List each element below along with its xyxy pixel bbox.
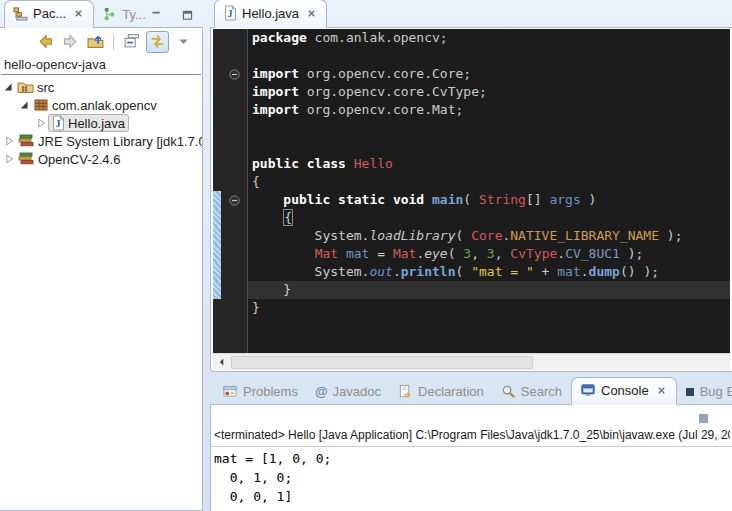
expander-closed-icon[interactable] (3, 153, 15, 165)
bottom-tab-declaration[interactable]: Declaration (390, 379, 493, 405)
code-text: { (248, 173, 730, 191)
close-icon[interactable] (656, 385, 667, 396)
source-folder-icon (17, 79, 34, 95)
view-menu-icon (177, 35, 190, 48)
code-line: { (213, 209, 730, 227)
tree-item-com-anlak-opencv[interactable]: com.anlak.opencv (0, 96, 202, 114)
code-text (248, 317, 730, 335)
code-line: } (213, 299, 730, 317)
range-indicator (213, 227, 221, 245)
view-menu-button[interactable] (173, 32, 194, 52)
editor-tabbar: JHello.java (214, 0, 327, 28)
annotation-ruler (213, 155, 221, 173)
tree-separator (1, 74, 201, 75)
bottom-tab-console[interactable]: Console (571, 377, 677, 405)
code-line: package com.anlak.opencv; (213, 29, 730, 47)
scroll-left-icon[interactable] (215, 355, 229, 369)
code-text: import org.opencv.core.Mat; (248, 101, 730, 119)
folding-ruler (221, 245, 248, 263)
svg-text:J: J (56, 118, 61, 129)
editor-tab-hello-java[interactable]: JHello.java (214, 0, 327, 28)
eclipse-workbench: { "left_panel": { "tabs": [ {"label":"Pa… (0, 0, 732, 511)
separator-icon (110, 34, 117, 50)
view-tab-pac-[interactable]: Pac... (4, 0, 94, 28)
console-launch-header: <terminated> Hello [Java Application] C:… (214, 428, 730, 442)
library-icon (17, 133, 35, 149)
terminate-icon (698, 413, 709, 424)
annotation-ruler (213, 317, 221, 335)
tree-item-opencv-2-4-6[interactable]: OpenCV-2.4.6 (0, 150, 202, 168)
annotation-ruler (213, 29, 221, 47)
code-text (248, 47, 730, 65)
search-icon (501, 384, 516, 399)
code-line (213, 335, 730, 353)
go-into-button[interactable] (85, 32, 106, 52)
svg-text:J: J (228, 8, 233, 19)
code-line-current: } (213, 281, 730, 299)
code-text: } (248, 299, 730, 317)
code-text: import org.opencv.core.CvType; (248, 83, 730, 101)
bottom-tab-search[interactable]: Search (493, 379, 571, 405)
package-icon (33, 97, 49, 113)
library-icon (17, 151, 35, 167)
tree-item-label: src (37, 80, 54, 95)
code-line (213, 317, 730, 335)
code-text: Mat mat = Mat.eye( 3, 3, CvType.CV_8UC1 … (248, 245, 730, 263)
folding-ruler (221, 155, 248, 173)
maximize-icon[interactable] (177, 5, 198, 25)
close-icon[interactable] (73, 8, 84, 19)
bottom-tab-problems[interactable]: Problems (214, 379, 307, 405)
link-editor-button[interactable] (146, 31, 169, 53)
expander-open-icon[interactable] (19, 99, 31, 111)
folding-ruler (221, 227, 248, 245)
close-icon[interactable] (306, 8, 317, 19)
annotation-ruler (213, 47, 221, 65)
fold-minus-icon[interactable] (228, 68, 241, 81)
tab-label: Declaration (418, 384, 484, 399)
forward-button[interactable] (60, 32, 81, 52)
back-button[interactable] (35, 32, 56, 52)
java-file-icon: J (51, 115, 65, 131)
folding-ruler (221, 263, 248, 281)
folding-ruler (221, 191, 248, 209)
minimize-icon[interactable] (146, 5, 167, 25)
scrollbar-thumb[interactable] (231, 356, 533, 369)
folding-ruler (221, 173, 248, 191)
code-editor[interactable]: package com.anlak.opencv;import org.open… (213, 29, 730, 353)
code-line: public class Hello (213, 155, 730, 173)
type-hierarchy-icon (102, 7, 117, 22)
tree-item-hello-java[interactable]: JHello.java (0, 114, 202, 132)
editor-horizontal-scrollbar[interactable] (213, 353, 730, 370)
bottom-tab-bug-explorer[interactable]: Bug Explorer (677, 379, 732, 405)
annotation-ruler (213, 173, 221, 191)
annotation-ruler (213, 137, 221, 155)
tree-item-label: com.anlak.opencv (52, 98, 157, 113)
folding-ruler (221, 65, 248, 83)
range-indicator (213, 281, 221, 299)
code-text: { (248, 209, 730, 227)
tab-label: Pac... (33, 6, 66, 21)
folding-ruler (221, 137, 248, 155)
tree-item-src[interactable]: src (0, 78, 202, 96)
collapse-all-button[interactable] (121, 32, 142, 52)
code-line: System.out.println( "mat = " + mat.dump(… (213, 263, 730, 281)
expander-closed-icon[interactable] (35, 117, 47, 129)
tree-item-jre-system-library-jdk1-7-0[interactable]: JRE System Library [jdk1.7.0 (0, 132, 202, 150)
tab-label: Search (521, 384, 562, 399)
folding-ruler (221, 209, 248, 227)
problems-icon (222, 384, 238, 399)
expander-open-icon[interactable] (3, 81, 15, 93)
terminate-button[interactable] (693, 408, 714, 428)
tree-item-label: JRE System Library [jdk1.7.0 (38, 134, 202, 149)
code-text (248, 137, 730, 155)
bottom-tab-javadoc[interactable]: @Javadoc (307, 379, 390, 405)
code-line: import org.opencv.core.Mat; (213, 101, 730, 119)
folding-ruler (221, 47, 248, 65)
annotation-ruler (213, 335, 221, 353)
folding-ruler (221, 299, 248, 317)
code-line (213, 47, 730, 65)
fold-minus-icon[interactable] (228, 194, 241, 207)
link-editor-icon (149, 33, 166, 50)
expander-closed-icon[interactable] (3, 135, 15, 147)
left-view-window-buttons (146, 5, 198, 25)
